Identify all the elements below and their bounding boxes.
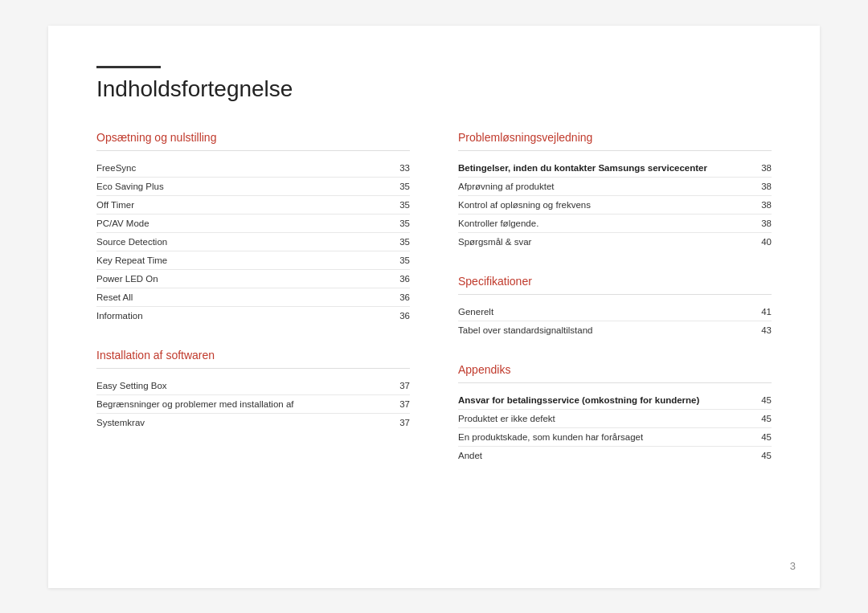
toc-entry-page: 40 <box>747 232 772 251</box>
toc-entry-label: Information <box>96 306 386 325</box>
toc-page: Indholdsfortegnelse Opsætning og nulstil… <box>48 26 820 588</box>
toc-row: Key Repeat Time35 <box>96 251 410 269</box>
section-title-problemlosning: Problemløsningsvejledning <box>458 131 772 151</box>
toc-row: Reset All36 <box>96 288 410 306</box>
section-specifikationer: SpecifikationerGenerelt41Tabel over stan… <box>458 275 772 339</box>
toc-row: PC/AV Mode35 <box>96 214 410 232</box>
toc-table-installation: Easy Setting Box37Begrænsninger og probl… <box>96 377 410 431</box>
toc-row: En produktskade, som kunden har forårsag… <box>458 427 772 446</box>
toc-entry-label: Tabel over standardsignaltilstand <box>458 321 747 339</box>
toc-entry-page: 43 <box>747 321 772 339</box>
section-title-installation: Installation af softwaren <box>96 349 410 369</box>
toc-row: Begrænsninger og problemer med installat… <box>96 394 410 413</box>
toc-row: FreeSync33 <box>96 159 410 178</box>
toc-entry-page: 38 <box>747 195 772 214</box>
toc-entry-label: En produktskade, som kunden har forårsag… <box>458 427 747 446</box>
content-columns: Opsætning og nulstillingFreeSync33Eco Sa… <box>96 131 772 488</box>
toc-entry-label: Andet <box>458 446 747 464</box>
page-number: 3 <box>790 560 796 572</box>
toc-table-opsaetning: FreeSync33Eco Saving Plus35Off Timer35PC… <box>96 159 410 325</box>
toc-entry-page: 35 <box>386 251 410 269</box>
toc-entry-label: Afprøvning af produktet <box>458 177 747 195</box>
toc-entry-label: PC/AV Mode <box>96 214 386 232</box>
toc-entry-label: Easy Setting Box <box>96 377 386 395</box>
toc-entry-label: Off Timer <box>96 195 386 214</box>
toc-row: Kontroller følgende.38 <box>458 214 772 232</box>
toc-row: Andet45 <box>458 446 772 464</box>
toc-entry-page: 35 <box>386 195 410 214</box>
toc-entry-page: 36 <box>386 288 410 306</box>
toc-entry-page: 38 <box>747 214 772 232</box>
toc-entry-page: 36 <box>386 269 410 288</box>
page-title: Indholdsfortegnelse <box>96 76 772 102</box>
toc-entry-page: 41 <box>747 303 772 321</box>
toc-entry-page: 38 <box>747 159 772 178</box>
toc-entry-label: Betingelser, inden du kontakter Samsungs… <box>458 159 747 178</box>
toc-entry-label: Systemkrav <box>96 413 386 431</box>
toc-table-problemlosning: Betingelser, inden du kontakter Samsungs… <box>458 159 772 251</box>
toc-entry-label: Begrænsninger og problemer med installat… <box>96 394 386 413</box>
toc-entry-page: 35 <box>386 214 410 232</box>
toc-row: Off Timer35 <box>96 195 410 214</box>
toc-row: Afprøvning af produktet38 <box>458 177 772 195</box>
toc-row: Power LED On36 <box>96 269 410 288</box>
toc-entry-label: Kontroller følgende. <box>458 214 747 232</box>
toc-entry-page: 38 <box>747 177 772 195</box>
toc-row: Generelt41 <box>458 303 772 321</box>
section-title-specifikationer: Specifikationer <box>458 275 772 295</box>
toc-entry-page: 36 <box>386 306 410 325</box>
toc-entry-page: 37 <box>386 394 410 413</box>
toc-entry-page: 37 <box>386 413 410 431</box>
toc-entry-label: Eco Saving Plus <box>96 177 386 195</box>
toc-entry-page: 33 <box>386 159 410 178</box>
section-problemlosning: ProblemløsningsvejledningBetingelser, in… <box>458 131 772 251</box>
toc-entry-page: 35 <box>386 232 410 251</box>
toc-row: Information36 <box>96 306 410 325</box>
toc-entry-label: Spørgsmål & svar <box>458 232 747 251</box>
toc-entry-label: Key Repeat Time <box>96 251 386 269</box>
toc-row: Source Detection35 <box>96 232 410 251</box>
section-appendiks: AppendiksAnsvar for betalingsservice (om… <box>458 363 772 464</box>
toc-entry-label: Power LED On <box>96 269 386 288</box>
toc-table-appendiks: Ansvar for betalingsservice (omkostning … <box>458 391 772 464</box>
title-bar <box>96 66 161 68</box>
right-column: ProblemløsningsvejledningBetingelser, in… <box>458 131 772 488</box>
toc-entry-label: Produktet er ikke defekt <box>458 409 747 427</box>
toc-entry-label: Ansvar for betalingsservice (omkostning … <box>458 391 747 410</box>
toc-row: Ansvar for betalingsservice (omkostning … <box>458 391 772 410</box>
toc-table-specifikationer: Generelt41Tabel over standardsignaltilst… <box>458 303 772 339</box>
toc-row: Kontrol af opløsning og frekvens38 <box>458 195 772 214</box>
toc-entry-label: Reset All <box>96 288 386 306</box>
toc-entry-label: FreeSync <box>96 159 386 178</box>
toc-row: Eco Saving Plus35 <box>96 177 410 195</box>
section-title-appendiks: Appendiks <box>458 363 772 383</box>
toc-entry-page: 45 <box>747 391 772 410</box>
toc-row: Produktet er ikke defekt45 <box>458 409 772 427</box>
toc-entry-page: 37 <box>386 377 410 395</box>
toc-row: Tabel over standardsignaltilstand43 <box>458 321 772 339</box>
left-column: Opsætning og nulstillingFreeSync33Eco Sa… <box>96 131 410 488</box>
toc-entry-label: Source Detection <box>96 232 386 251</box>
toc-row: Betingelser, inden du kontakter Samsungs… <box>458 159 772 178</box>
toc-entry-page: 45 <box>747 427 772 446</box>
section-title-opsaetning: Opsætning og nulstilling <box>96 131 410 151</box>
section-opsaetning: Opsætning og nulstillingFreeSync33Eco Sa… <box>96 131 410 325</box>
toc-entry-page: 35 <box>386 177 410 195</box>
toc-entry-page: 45 <box>747 409 772 427</box>
toc-entry-page: 45 <box>747 446 772 464</box>
toc-entry-label: Kontrol af opløsning og frekvens <box>458 195 747 214</box>
toc-row: Spørgsmål & svar40 <box>458 232 772 251</box>
toc-row: Easy Setting Box37 <box>96 377 410 395</box>
toc-row: Systemkrav37 <box>96 413 410 431</box>
toc-entry-label: Generelt <box>458 303 747 321</box>
section-installation: Installation af softwarenEasy Setting Bo… <box>96 349 410 431</box>
